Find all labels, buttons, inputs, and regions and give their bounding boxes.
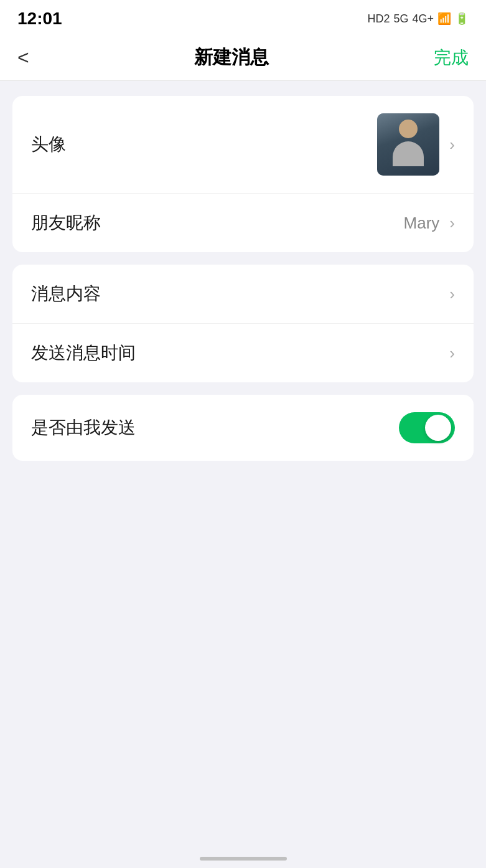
nickname-label: 朋友昵称 (31, 211, 101, 235)
send-time-chevron-icon: › (449, 344, 455, 363)
section-send-by-me: 是否由我发送 (12, 395, 474, 461)
message-content-chevron-icon: › (449, 285, 455, 304)
avatar-image (377, 113, 439, 176)
send-by-me-row[interactable]: 是否由我发送 (12, 395, 474, 461)
message-content-label: 消息内容 (31, 282, 101, 306)
nickname-value: Mary (404, 214, 440, 233)
hd2-icon: HD2 (367, 12, 390, 26)
page-title: 新建消息 (194, 45, 269, 70)
battery-icon: 🔋 (455, 12, 469, 26)
nickname-chevron-icon: › (449, 214, 455, 233)
nickname-row[interactable]: 朋友昵称 Mary › (12, 194, 474, 252)
back-button[interactable]: < (17, 46, 29, 69)
bottom-bar (0, 849, 486, 868)
home-indicator (200, 857, 287, 861)
avatar-label: 头像 (31, 133, 66, 156)
avatar-row[interactable]: 头像 › (12, 96, 474, 194)
send-time-right: › (449, 344, 455, 363)
send-by-me-toggle[interactable] (399, 412, 455, 443)
status-bar: 12:01 HD2 5G 4G+ 📶 🔋 (0, 0, 486, 35)
done-button[interactable]: 完成 (434, 46, 469, 70)
status-time: 12:01 (17, 9, 62, 29)
section-avatar-nickname: 头像 › 朋友昵称 Mary › (12, 96, 474, 252)
wifi-icon: 📶 (437, 12, 451, 26)
section-message: 消息内容 › 发送消息时间 › (12, 265, 474, 382)
send-time-row[interactable]: 发送消息时间 › (12, 324, 474, 382)
main-content: 头像 › 朋友昵称 Mary › 消息内容 › (0, 81, 486, 476)
avatar-chevron-icon: › (449, 135, 455, 154)
nav-bar: < 新建消息 完成 (0, 35, 486, 81)
send-time-label: 发送消息时间 (31, 341, 136, 365)
message-content-row[interactable]: 消息内容 › (12, 265, 474, 324)
avatar-row-right: › (377, 113, 455, 176)
message-content-right: › (449, 285, 455, 304)
signal-4g-icon: 4G+ (412, 12, 434, 26)
send-by-me-label: 是否由我发送 (31, 416, 136, 440)
avatar-thumbnail[interactable] (377, 113, 439, 176)
nickname-row-right: Mary › (404, 214, 455, 233)
status-icons: HD2 5G 4G+ 📶 🔋 (367, 12, 469, 26)
signal-5g-icon: 5G (393, 12, 408, 26)
